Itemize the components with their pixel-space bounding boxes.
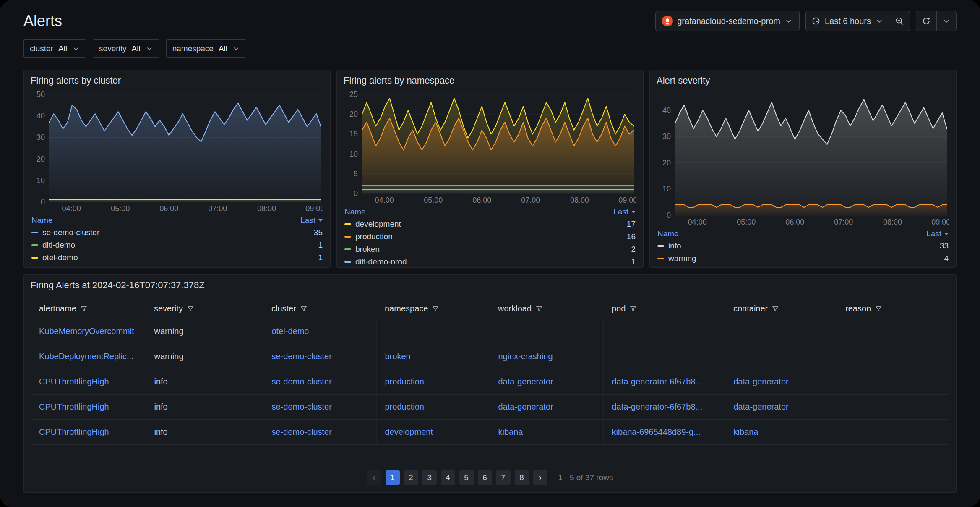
cell-namespace[interactable]: broken bbox=[376, 344, 490, 369]
cell-alertname[interactable]: KubeMemoryOvercommit bbox=[31, 319, 146, 344]
cell-workload[interactable]: kibana bbox=[490, 419, 603, 444]
cell-cluster[interactable]: otel-demo bbox=[263, 319, 376, 344]
filter-namespace[interactable]: namespace All bbox=[166, 39, 246, 58]
page-button-5[interactable]: 5 bbox=[459, 470, 474, 485]
page-button-6[interactable]: 6 bbox=[478, 470, 492, 485]
cell-pod[interactable]: data-generator-6f67b8... bbox=[603, 394, 725, 419]
series-name: production bbox=[355, 232, 393, 241]
filter-funnel-icon[interactable] bbox=[300, 305, 308, 313]
cell-cluster[interactable]: se-demo-cluster bbox=[263, 344, 376, 369]
svg-text:25: 25 bbox=[349, 90, 358, 99]
cell-alertname[interactable]: CPUThrottlingHigh bbox=[31, 419, 146, 444]
cell-workload[interactable]: data-generator bbox=[490, 369, 603, 394]
cell-namespace[interactable]: development bbox=[376, 419, 490, 444]
series-color-swatch bbox=[344, 236, 351, 238]
prev-page-button[interactable]: ‹ bbox=[367, 470, 381, 485]
series-name: broken bbox=[355, 245, 380, 254]
legend-item[interactable]: otel-demo1 bbox=[31, 251, 323, 264]
zoom-out-button[interactable] bbox=[889, 11, 910, 31]
column-header-namespace[interactable]: namespace bbox=[376, 299, 490, 319]
panel-title: Firing alerts by namespace bbox=[344, 75, 636, 86]
svg-text:30: 30 bbox=[36, 133, 45, 141]
cell-alertname[interactable]: CPUThrottlingHigh bbox=[31, 394, 146, 419]
cell-pod bbox=[603, 344, 725, 369]
legend-item[interactable]: ditl-demo1 bbox=[31, 239, 323, 251]
cell-container[interactable]: data-generator bbox=[725, 394, 837, 419]
filter-funnel-icon[interactable] bbox=[771, 305, 779, 313]
dashboard-header: Alerts grafanacloud-sedemo-prom Last 6 h… bbox=[23, 0, 957, 31]
filter-funnel-icon[interactable] bbox=[535, 305, 543, 313]
series-name: se-demo-cluster bbox=[42, 228, 99, 237]
filter-funnel-icon[interactable] bbox=[80, 305, 88, 313]
legend-name-header[interactable]: Name bbox=[657, 229, 679, 238]
legend-value-header[interactable]: Last bbox=[300, 216, 323, 225]
next-page-button[interactable]: › bbox=[533, 470, 547, 485]
page-button-7[interactable]: 7 bbox=[496, 470, 511, 485]
column-header-severity[interactable]: severity bbox=[146, 299, 263, 319]
cell-cluster[interactable]: se-demo-cluster bbox=[263, 394, 376, 419]
filter-severity[interactable]: severity All bbox=[93, 39, 159, 58]
legend-name-header[interactable]: Name bbox=[31, 216, 53, 225]
refresh-button[interactable] bbox=[916, 11, 936, 31]
refresh-interval-dropdown[interactable] bbox=[936, 11, 956, 31]
cell-pod[interactable]: data-generator-6f67b8... bbox=[603, 369, 725, 394]
page-button-8[interactable]: 8 bbox=[515, 470, 529, 485]
cell-workload[interactable]: data-generator bbox=[490, 394, 603, 419]
toolbar: grafanacloud-sedemo-prom Last 6 hours bbox=[655, 11, 957, 31]
cell-workload[interactable]: nginx-crashing bbox=[490, 344, 603, 369]
datasource-picker[interactable]: grafanacloud-sedemo-prom bbox=[655, 11, 800, 31]
cell-pod[interactable]: kibana-6965448d89-g... bbox=[603, 419, 725, 444]
page-button-3[interactable]: 3 bbox=[422, 470, 437, 485]
time-range-button[interactable]: Last 6 hours bbox=[806, 11, 889, 31]
column-header-pod[interactable]: pod bbox=[603, 299, 725, 319]
cell-namespace[interactable]: production bbox=[376, 394, 490, 419]
legend-item[interactable]: warning4 bbox=[657, 252, 949, 264]
cell-reason bbox=[837, 394, 949, 419]
legend-item[interactable]: info33 bbox=[657, 240, 949, 252]
filter-funnel-icon[interactable] bbox=[432, 305, 439, 313]
timeseries-chart[interactable]: 051015202504:0005:0006:0007:0008:0009:00 bbox=[344, 89, 636, 206]
page-button-4[interactable]: 4 bbox=[441, 470, 455, 485]
legend-item[interactable]: production16 bbox=[344, 230, 636, 243]
datasource-label: grafanacloud-sedemo-prom bbox=[677, 16, 780, 26]
svg-text:09:00: 09:00 bbox=[931, 218, 949, 226]
filter-funnel-icon[interactable] bbox=[629, 305, 637, 313]
filter-funnel-icon[interactable] bbox=[187, 305, 194, 313]
svg-text:50: 50 bbox=[36, 90, 45, 99]
svg-text:08:00: 08:00 bbox=[570, 196, 589, 204]
chart-legend: NameLast development17production16broken… bbox=[344, 206, 636, 264]
cell-alertname[interactable]: CPUThrottlingHigh bbox=[31, 369, 146, 394]
legend-value-header[interactable]: Last bbox=[926, 229, 949, 238]
column-header-alertname[interactable]: alertname bbox=[31, 299, 146, 319]
filter-cluster[interactable]: cluster All bbox=[23, 39, 86, 58]
svg-text:30: 30 bbox=[662, 132, 671, 141]
series-color-swatch bbox=[344, 248, 351, 250]
cell-alertname[interactable]: KubeDeploymentReplic... bbox=[31, 344, 146, 369]
page-button-2[interactable]: 2 bbox=[404, 470, 418, 485]
legend-value-header[interactable]: Last bbox=[613, 207, 636, 217]
legend-name-header[interactable]: Name bbox=[344, 207, 366, 217]
filter-funnel-icon[interactable] bbox=[875, 305, 882, 313]
legend-item[interactable]: broken2 bbox=[344, 243, 636, 256]
column-header-workload[interactable]: workload bbox=[490, 299, 603, 319]
column-header-cluster[interactable]: cluster bbox=[263, 299, 376, 319]
legend-item[interactable]: se-demo-cluster35 bbox=[31, 226, 323, 239]
series-color-swatch bbox=[31, 257, 38, 259]
timeseries-chart[interactable]: 0102030405004:0005:0006:0007:0008:0009:0… bbox=[31, 89, 323, 214]
cell-namespace[interactable]: production bbox=[376, 369, 490, 394]
column-header-reason[interactable]: reason bbox=[837, 299, 949, 319]
series-last-value: 2 bbox=[631, 245, 636, 254]
column-header-container[interactable]: container bbox=[725, 299, 837, 319]
cell-pod bbox=[603, 319, 725, 344]
cell-container[interactable]: kibana bbox=[725, 419, 837, 444]
cell-container[interactable]: data-generator bbox=[725, 369, 837, 394]
legend-item[interactable]: ditl-demo-prod1 bbox=[344, 256, 636, 264]
svg-text:5: 5 bbox=[354, 170, 358, 178]
legend-item[interactable]: development17 bbox=[344, 218, 636, 230]
timeseries-chart[interactable]: 01020304004:0005:0006:0007:0008:0009:00 bbox=[657, 89, 949, 228]
cell-cluster[interactable]: se-demo-cluster bbox=[263, 419, 376, 444]
page-button-1[interactable]: 1 bbox=[386, 470, 400, 485]
cell-cluster[interactable]: se-demo-cluster bbox=[263, 369, 376, 394]
column-label: alertname bbox=[39, 304, 76, 314]
chart-legend: NameLastse-demo-cluster35ditl-demo1otel-… bbox=[31, 214, 323, 264]
